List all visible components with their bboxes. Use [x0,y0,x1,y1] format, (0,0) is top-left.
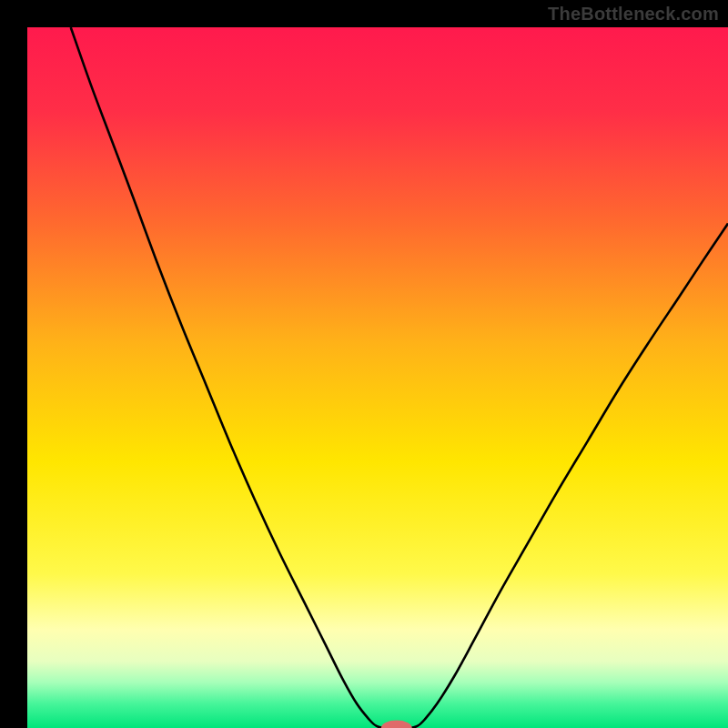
bottleneck-chart [0,0,728,728]
chart-stage: TheBottleneck.com [0,0,728,728]
watermark-text: TheBottleneck.com [548,4,719,25]
gradient-background [27,27,728,728]
